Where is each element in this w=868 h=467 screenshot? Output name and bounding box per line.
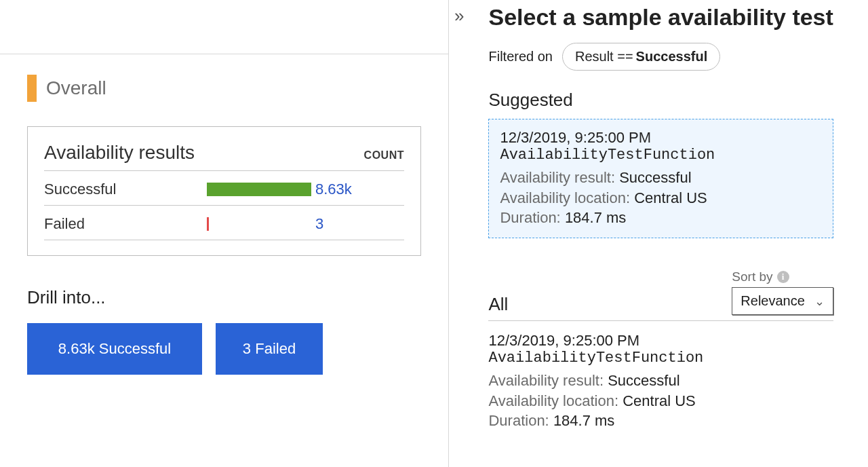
sample-location-value: Central US [623,392,696,409]
sample-location-label: Availability location: [500,189,630,206]
sample-location-value: Central US [634,189,707,206]
result-bar-wrap [207,217,315,231]
sample-duration-label: Duration: [500,209,560,226]
panel-title: Availability results [44,142,195,164]
expand-icon[interactable]: » [454,4,464,24]
info-icon[interactable]: i [777,271,789,283]
right-pane: » Select a sample availability test Filt… [449,0,868,467]
sort-label: Sort by [732,269,772,284]
all-header-row: All Sort by i Relevance ⌄ [488,269,833,321]
drill-buttons: 8.63k Successful 3 Failed [27,323,421,375]
filter-label: Filtered on [488,49,553,64]
app-root: Overall Availability results COUNT Succe… [0,0,868,467]
page-title: Select a sample availability test [488,4,833,31]
drill-successful-button[interactable]: 8.63k Successful [27,323,202,375]
sample-timestamp: 12/3/2019, 9:25:00 PM [488,332,833,350]
sample-location-line: Availability location: Central US [488,391,833,411]
overall-heading: Overall [27,75,421,102]
sample-timestamp: 12/3/2019, 9:25:00 PM [500,129,821,147]
sample-result-label: Availability result: [488,372,604,389]
result-label: Failed [44,215,207,233]
sample-location-label: Availability location: [488,392,618,409]
sort-select[interactable]: Relevance ⌄ [732,287,833,315]
sample-location-line: Availability location: Central US [500,188,821,208]
drill-failed-button[interactable]: 3 Failed [216,323,323,375]
filter-chip-value: Successful [636,49,708,64]
sample-function-name: AvailabilityTestFunction [488,350,833,367]
sort-value: Relevance [741,293,805,309]
sort-label-row: Sort by i [732,269,789,284]
chevron-down-icon: ⌄ [814,294,825,309]
sample-result-label: Availability result: [500,169,615,186]
result-bar-wrap [207,183,315,196]
panel-header-row: Availability results COUNT [44,142,404,171]
sample-result-value: Successful [619,169,691,186]
result-count: 8.63k [315,181,352,198]
count-column-header: COUNT [364,149,404,162]
sort-wrap: Sort by i Relevance ⌄ [732,269,833,315]
sample-function-name: AvailabilityTestFunction [500,147,821,164]
filter-chip-prefix: Result == [575,49,633,64]
drill-into-heading: Drill into... [27,287,421,308]
sample-result-value: Successful [608,372,679,389]
sample-duration-value: 184.7 ms [565,209,627,226]
suggested-heading: Suggested [488,90,833,111]
sample-duration-label: Duration: [488,412,549,429]
right-inner: Select a sample availability test Filter… [468,4,865,442]
result-bar-successful [207,183,311,196]
result-row-failed[interactable]: Failed 3 [44,206,404,240]
result-row-successful[interactable]: Successful 8.63k [44,171,404,206]
left-pane: Overall Availability results COUNT Succe… [0,0,449,467]
sample-duration-line: Duration: 184.7 ms [500,208,821,228]
suggested-sample-card[interactable]: 12/3/2019, 9:25:00 PM AvailabilityTestFu… [488,119,833,238]
result-bar-failed [207,217,209,231]
all-sample-item[interactable]: 12/3/2019, 9:25:00 PM AvailabilityTestFu… [488,321,833,442]
all-heading: All [488,294,508,315]
right-header-row: » Select a sample availability test Filt… [454,0,868,442]
left-body: Overall Availability results COUNT Succe… [0,54,448,375]
overall-accent-bar [27,75,37,102]
sample-duration-line: Duration: 184.7 ms [488,411,833,431]
filter-row: Filtered on Result == Successful [488,43,833,71]
sample-result-line: Availability result: Successful [488,371,833,391]
sample-duration-value: 184.7 ms [553,412,615,429]
availability-panel: Availability results COUNT Successful 8.… [27,126,421,256]
sample-result-line: Availability result: Successful [500,168,821,188]
overall-label: Overall [46,77,106,99]
left-top-blank [0,0,448,54]
result-label: Successful [44,181,207,198]
filter-chip[interactable]: Result == Successful [562,43,720,71]
result-count: 3 [315,215,323,233]
